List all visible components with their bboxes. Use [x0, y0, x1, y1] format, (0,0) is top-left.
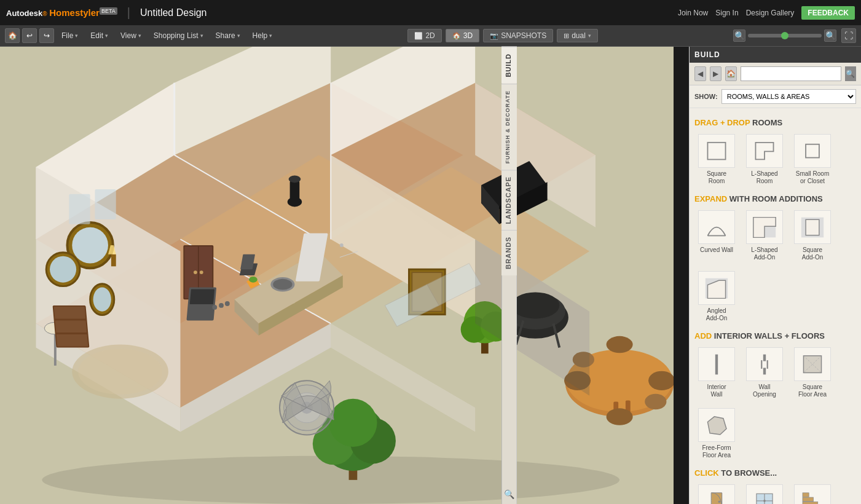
square-floor-item[interactable]: SquareFloor Area — [790, 344, 835, 401]
panel-navigation: ◀ ▶ 🏠 🔍 — [690, 63, 861, 85]
shopping-list-arrow: ▾ — [200, 33, 203, 39]
svg-rect-45 — [111, 254, 116, 267]
join-now-link[interactable]: Join Now — [678, 9, 708, 17]
design-gallery-link[interactable]: Design Gallery — [746, 9, 795, 17]
view-3d-button[interactable]: 🏠 3D — [446, 29, 479, 42]
curved-wall-item[interactable]: Curved Wall — [694, 207, 739, 264]
square-room-label: SquareRoom — [707, 170, 726, 185]
square-addon-item[interactable]: SquareAdd-On — [790, 207, 835, 264]
stairs-icon — [794, 484, 831, 504]
svg-point-95 — [289, 175, 301, 183]
panel-search-button[interactable]: 🔍 — [845, 66, 856, 81]
side-tabs-panel: BUILD FURNISH & DECORATE LANDSCAPE BRAND… — [501, 47, 517, 504]
svg-point-70 — [607, 336, 633, 353]
angled-addon-item[interactable]: AngledAdd-On — [694, 268, 739, 325]
tab-brands[interactable]: BRANDS — [501, 230, 517, 275]
svg-rect-35 — [190, 289, 214, 304]
svg-rect-116 — [761, 360, 762, 369]
square-addon-label: SquareAdd-On — [802, 246, 823, 261]
svg-point-78 — [329, 399, 377, 447]
square-room-item[interactable]: SquareRoom — [694, 131, 739, 188]
stairs-item[interactable]: Stairs — [790, 481, 835, 504]
dual-button[interactable]: ⊞ dual ▾ — [557, 29, 598, 42]
undo-button[interactable]: ↩ — [22, 28, 37, 43]
add-walls-header: ADD INTERIOR WALLS + FLOORS — [694, 331, 856, 341]
drag-drop-grid: SquareRoom L-ShapedRoom — [694, 131, 856, 188]
svg-point-26 — [200, 270, 203, 274]
file-menu[interactable]: File ▾ — [57, 29, 83, 42]
redo-button[interactable]: ↪ — [39, 28, 54, 43]
svg-rect-98 — [69, 194, 90, 224]
wall-opening-item[interactable]: WallOpening — [742, 344, 787, 401]
square-room-icon — [698, 134, 735, 168]
svg-rect-105 — [806, 144, 819, 157]
l-shaped-addon-icon — [746, 210, 783, 244]
snapshots-button[interactable]: 📷 SNAPSHOTS — [483, 29, 553, 42]
square-floor-label: SquareFloor Area — [798, 384, 827, 398]
shopping-list-menu[interactable]: Shopping List ▾ — [149, 29, 208, 42]
design-title: Untitled Design — [140, 7, 207, 18]
tab-landscape[interactable]: LANDSCAPE — [501, 170, 517, 230]
panel-search-tab[interactable]: 🔍 — [499, 484, 519, 504]
canvas-area[interactable]: ↺ ▲ ▼ ↻ — [0, 47, 674, 504]
drag-drop-header: DRAG + DROP ROOMS — [694, 118, 856, 127]
svg-point-44 — [93, 288, 111, 312]
topbar: Autodesk® HomestylerBETA | Untitled Desi… — [0, 0, 861, 25]
tab-furnish[interactable]: FURNISH & DECORATE — [501, 84, 517, 170]
fullscreen-button[interactable]: ⛶ — [841, 28, 856, 43]
view-2d-button[interactable]: ⬜ 2D — [407, 29, 441, 42]
sign-in-link[interactable]: Sign In — [715, 9, 738, 17]
panel-forward-button[interactable]: ▶ — [710, 66, 721, 81]
svg-rect-51 — [55, 320, 87, 333]
brand-name: Autodesk — [6, 9, 42, 18]
panel-search-input[interactable] — [741, 66, 841, 81]
svg-rect-130 — [803, 502, 818, 504]
view-menu[interactable]: View ▾ — [116, 29, 146, 42]
zoom-out-button[interactable]: 🔍 — [733, 30, 745, 42]
right-panel: BUILD ◀ ▶ 🏠 🔍 SHOW: ROOMS, WALLS & AREAS… — [689, 47, 861, 504]
beta-badge: BETA — [100, 7, 117, 15]
expand-grid: Curved Wall L-ShapedAdd-On — [694, 207, 856, 325]
zoom-slider[interactable] — [748, 34, 822, 37]
panel-back-button[interactable]: ◀ — [694, 66, 706, 81]
svg-point-123 — [718, 500, 721, 503]
svg-rect-132 — [803, 492, 809, 497]
small-room-item[interactable]: Small Roomor Closet — [790, 131, 835, 188]
view-menu-arrow: ▾ — [138, 33, 141, 39]
show-select[interactable]: ROOMS, WALLS & AREAS ALL ROOMS ONLY — [721, 89, 856, 104]
freeform-floor-item[interactable]: Free-FormFloor Area — [694, 405, 739, 462]
zoom-in-button[interactable]: 🔍 — [824, 30, 836, 42]
feedback-button[interactable]: FEEDBACK — [801, 6, 855, 20]
share-menu[interactable]: Share ▾ — [211, 29, 245, 42]
svg-marker-121 — [707, 416, 726, 434]
svg-rect-115 — [763, 368, 766, 374]
wall-opening-icon — [746, 347, 783, 381]
l-shaped-room-icon — [746, 134, 783, 168]
panel-header: BUILD — [690, 47, 861, 63]
interior-wall-item[interactable]: InteriorWall — [694, 344, 739, 401]
panel-home-button[interactable]: 🏠 — [725, 66, 737, 81]
doors-item[interactable]: Doors — [694, 481, 739, 504]
panel-header-title: BUILD — [694, 50, 720, 59]
svg-rect-114 — [763, 354, 766, 361]
svg-point-73 — [645, 394, 666, 409]
edit-menu[interactable]: Edit ▾ — [85, 29, 113, 42]
svg-point-97 — [78, 348, 162, 394]
l-shaped-addon-item[interactable]: L-ShapedAdd-On — [742, 207, 787, 264]
curved-wall-label: Curved Wall — [700, 246, 733, 254]
svg-rect-99 — [95, 189, 116, 219]
walls-grid: InteriorWall WallOpening — [694, 344, 856, 462]
windows-item[interactable]: Windows — [742, 481, 787, 504]
doors-icon — [698, 484, 735, 504]
l-shaped-room-item[interactable]: L-ShapedRoom — [742, 131, 787, 188]
angled-addon-icon — [698, 271, 735, 305]
svg-rect-110 — [806, 219, 819, 235]
svg-point-40 — [72, 227, 108, 264]
small-room-icon — [794, 134, 831, 168]
house-view — [0, 47, 674, 504]
help-menu[interactable]: Help ▾ — [248, 29, 278, 42]
tab-build[interactable]: BUILD — [501, 47, 517, 84]
square-addon-icon — [794, 210, 831, 244]
main-content: ↺ ▲ ▼ ↻ — [0, 47, 861, 504]
home-button[interactable]: 🏠 — [5, 28, 20, 43]
